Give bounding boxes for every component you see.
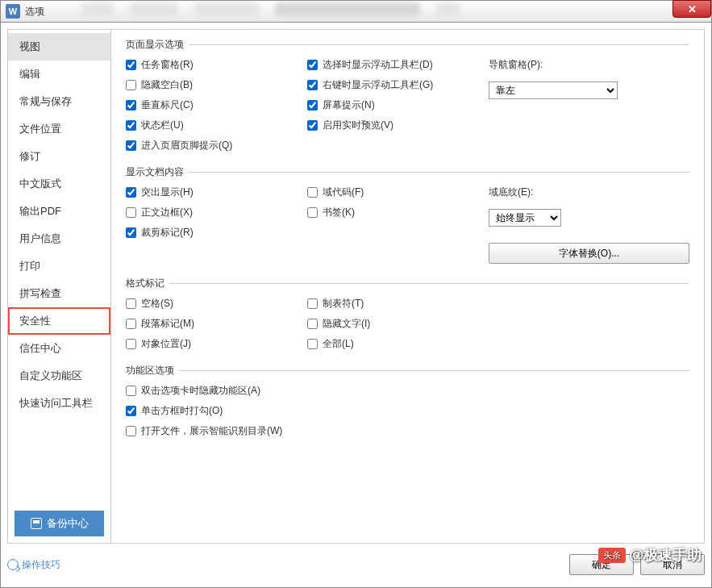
backup-center-button[interactable]: 备份中心 [15, 511, 104, 536]
chk-screen-tips-input[interactable] [307, 100, 318, 111]
chk-status-bar-input[interactable] [126, 120, 136, 131]
cancel-button[interactable]: 取消 [640, 554, 705, 575]
sidebar-item-edit[interactable]: 编辑 [8, 60, 110, 88]
chk-hidden-text-input[interactable] [307, 319, 318, 329]
sidebar: 视图 编辑 常规与保存 文件位置 修订 中文版式 输出PDF 用户信息 打印 拼… [8, 30, 111, 543]
field-shading-label: 域底纹(E): [489, 186, 689, 199]
legend-format-marks: 格式标记 [126, 277, 169, 290]
chk-spaces[interactable]: 空格(S) [126, 297, 307, 311]
chk-hidden-text[interactable]: 隐藏文字(I) [307, 317, 489, 331]
ok-button[interactable]: 确定 [569, 554, 634, 575]
legend-doc-content: 显示文档内容 [126, 165, 189, 179]
chk-hide-blank-input[interactable] [126, 80, 136, 90]
chk-tabs[interactable]: 制表符(T) [307, 297, 489, 311]
section-doc-content: 显示文档内容 突出显示(H) 正文边框(X) 裁剪标记(R) 域代码(F) 书签… [126, 165, 689, 269]
chk-crop-marks[interactable]: 裁剪标记(R) [126, 226, 307, 240]
chk-bookmarks[interactable]: 书签(K) [307, 206, 489, 219]
chk-paragraph-marks[interactable]: 段落标记(M) [126, 317, 307, 331]
tips-link[interactable]: 操作技巧 [7, 558, 60, 572]
chk-highlight-input[interactable] [126, 187, 136, 198]
sidebar-item-quick-access[interactable]: 快速访问工具栏 [8, 390, 110, 417]
chk-float-toolbar-rightclick[interactable]: 右键时显示浮动工具栏(G) [307, 78, 489, 92]
chk-live-preview[interactable]: 启用实时预览(V) [307, 119, 489, 132]
sidebar-item-customize-ribbon[interactable]: 自定义功能区 [8, 362, 110, 390]
sidebar-item-chinese-layout[interactable]: 中文版式 [8, 170, 110, 198]
chk-text-border[interactable]: 正文边框(X) [126, 206, 307, 219]
chk-click-check-input[interactable] [126, 406, 136, 416]
chk-task-pane-input[interactable] [126, 60, 136, 70]
chk-header-footer-tip-input[interactable] [126, 140, 136, 151]
tips-icon [7, 559, 19, 570]
field-shading-select[interactable]: 始终显示 [489, 209, 561, 227]
chk-field-codes[interactable]: 域代码(F) [307, 186, 489, 199]
sidebar-list: 视图 编辑 常规与保存 文件位置 修订 中文版式 输出PDF 用户信息 打印 拼… [8, 30, 110, 504]
sidebar-item-view[interactable]: 视图 [8, 33, 110, 60]
background-blur [81, 2, 663, 22]
font-substitution-button[interactable]: 字体替换(O)... [489, 243, 689, 264]
sidebar-item-print[interactable]: 打印 [8, 252, 110, 280]
section-page-display: 页面显示选项 任务窗格(R) 隐藏空白(B) 垂直标尺(C) 状态栏(U) 进入… [126, 38, 689, 157]
chk-highlight[interactable]: 突出显示(H) [126, 186, 307, 199]
chk-dblclick-hide-ribbon-input[interactable] [126, 386, 136, 396]
chk-all[interactable]: 全部(L) [307, 337, 489, 351]
legend-page-display: 页面显示选项 [126, 38, 189, 52]
chk-status-bar[interactable]: 状态栏(U) [126, 119, 307, 132]
chk-live-preview-input[interactable] [307, 120, 318, 131]
chk-float-toolbar-select[interactable]: 选择时显示浮动工具栏(D) [307, 58, 489, 72]
chk-smart-toc[interactable]: 打开文件，展示智能识别目录(W) [126, 424, 689, 438]
window-title: 选项 [25, 5, 44, 19]
content-panel: 页面显示选项 任务窗格(R) 隐藏空白(B) 垂直标尺(C) 状态栏(U) 进入… [111, 30, 704, 543]
chk-tabs-input[interactable] [307, 298, 318, 309]
close-button[interactable]: ✕ [672, 0, 711, 18]
sidebar-item-user-info[interactable]: 用户信息 [8, 225, 110, 252]
sidebar-item-security[interactable]: 安全性 [8, 307, 110, 335]
sidebar-item-spellcheck[interactable]: 拼写检查 [8, 280, 110, 307]
sidebar-item-output-pdf[interactable]: 输出PDF [8, 198, 110, 225]
sidebar-item-general-save[interactable]: 常规与保存 [8, 88, 110, 115]
chk-float-toolbar-rightclick-input[interactable] [307, 80, 318, 90]
chk-paragraph-marks-input[interactable] [126, 319, 136, 329]
close-icon: ✕ [688, 3, 697, 15]
chk-object-anchors[interactable]: 对象位置(J) [126, 337, 307, 351]
section-ribbon: 功能区选项 双击选项卡时隐藏功能区(A) 单击方框时打勾(O) 打开文件，展示智… [126, 364, 689, 438]
nav-pane-select[interactable]: 靠左 [489, 81, 618, 99]
app-icon: W [6, 4, 20, 19]
legend-ribbon: 功能区选项 [126, 364, 179, 377]
sidebar-item-file-location[interactable]: 文件位置 [8, 115, 110, 143]
chk-object-anchors-input[interactable] [126, 339, 136, 349]
chk-screen-tips[interactable]: 屏幕提示(N) [307, 98, 489, 112]
sidebar-item-trust-center[interactable]: 信任中心 [8, 335, 110, 362]
nav-pane-label: 导航窗格(P): [489, 58, 689, 72]
backup-icon [31, 518, 42, 529]
chk-header-footer-tip[interactable]: 进入页眉页脚提示(Q) [126, 139, 307, 152]
chk-dblclick-hide-ribbon[interactable]: 双击选项卡时隐藏功能区(A) [126, 384, 689, 398]
titlebar: W 选项 ✕ [0, 0, 712, 23]
chk-field-codes-input[interactable] [307, 187, 318, 198]
chk-click-check[interactable]: 单击方框时打勾(O) [126, 404, 689, 418]
section-format-marks: 格式标记 空格(S) 段落标记(M) 对象位置(J) 制表符(T) 隐藏文字(I… [126, 277, 689, 356]
chk-float-toolbar-select-input[interactable] [307, 60, 318, 70]
chk-spaces-input[interactable] [126, 298, 136, 309]
tips-label: 操作技巧 [22, 558, 60, 572]
window-body: 视图 编辑 常规与保存 文件位置 修订 中文版式 输出PDF 用户信息 打印 拼… [0, 23, 712, 588]
footer: 操作技巧 确定 取消 [7, 548, 705, 581]
chk-all-input[interactable] [307, 339, 318, 349]
inner-frame: 视图 编辑 常规与保存 文件位置 修订 中文版式 输出PDF 用户信息 打印 拼… [7, 29, 705, 544]
chk-bookmarks-input[interactable] [307, 207, 318, 218]
backup-label: 备份中心 [47, 516, 89, 531]
chk-vertical-ruler-input[interactable] [126, 100, 136, 111]
chk-hide-blank[interactable]: 隐藏空白(B) [126, 78, 307, 92]
footer-buttons: 确定 取消 [569, 554, 705, 575]
chk-smart-toc-input[interactable] [126, 426, 136, 436]
chk-task-pane[interactable]: 任务窗格(R) [126, 58, 307, 72]
chk-crop-marks-input[interactable] [126, 227, 136, 238]
sidebar-item-revision[interactable]: 修订 [8, 143, 110, 170]
chk-vertical-ruler[interactable]: 垂直标尺(C) [126, 98, 307, 112]
chk-text-border-input[interactable] [126, 207, 136, 218]
